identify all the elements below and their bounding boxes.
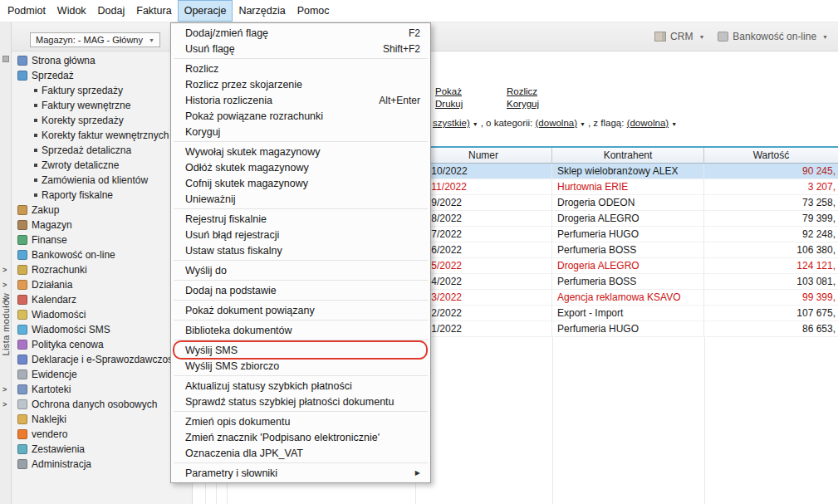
menu-item-dodaj-zmien-flage[interactable]: Dodaj/zmień flagęF2 bbox=[171, 25, 430, 41]
menu-item-odloz-skutek-magazynowy[interactable]: Odłóż skutek magazynowy bbox=[171, 159, 430, 175]
menu-item-ustaw-status-fiskalny[interactable]: Ustaw status fiskalny bbox=[171, 242, 430, 258]
operacje-dropdown-menu: Dodaj/zmień flagęF2 Usuń flagęShift+F2 R… bbox=[170, 22, 431, 483]
sidebar-item-ochrona-danych-osobowych[interactable]: Ochrona danych osobowych bbox=[12, 397, 192, 412]
menu-item-dodaj-na-podstawie[interactable]: Dodaj na podstawie bbox=[171, 282, 430, 298]
actions-icon bbox=[17, 280, 27, 290]
menu-operacje[interactable]: Operacje bbox=[178, 0, 233, 22]
crm-dropdown[interactable]: CRM ▼ bbox=[654, 31, 704, 42]
grid-header-kontrahent[interactable]: Kontrahent bbox=[552, 148, 704, 163]
menu-item-parametry-i-slowniki[interactable]: Parametry i słowniki▶ bbox=[171, 465, 430, 481]
sidebar-item-label: Finanse bbox=[32, 234, 67, 246]
expander-chevron-icon[interactable]: > bbox=[2, 399, 7, 409]
bank-online-dropdown[interactable]: Bankowość on-line ▼ bbox=[718, 31, 828, 42]
menu-item-shortcut: Shift+F2 bbox=[383, 43, 420, 55]
sidebar-item-deklaracje[interactable]: Deklaracje i e-Sprawozdawczość bbox=[12, 352, 192, 367]
sidebar-item-vendero[interactable]: vendero bbox=[12, 427, 192, 442]
menu-item-biblioteka-dokumentow[interactable]: Biblioteka dokumentów bbox=[171, 322, 430, 338]
sidebar-item-naklejki[interactable]: Naklejki bbox=[12, 412, 192, 427]
cell-wartosc: 92 248, bbox=[704, 227, 838, 242]
menu-item-zmien-znacznik-podpisano-elektronicznie[interactable]: Zmień znacznik 'Podpisano elektronicznie… bbox=[171, 429, 430, 445]
grid-header-wartosc[interactable]: Wartość bbox=[704, 148, 838, 163]
sidebar-item-faktury-wewnetrzne[interactable]: Faktury wewnętrzne bbox=[12, 98, 192, 113]
sidebar-item-wiadomosci-sms[interactable]: Wiadomości SMS bbox=[12, 322, 192, 337]
app-window: Podmiot Widok Dodaj Faktura Operacje Nar… bbox=[0, 0, 838, 504]
sidebar-item-rozrachunki[interactable]: Rozrachunki bbox=[12, 262, 192, 277]
sidebar-item-polityka-cenowa[interactable]: Polityka cenowa bbox=[12, 337, 192, 352]
sidebar-item-magazyn[interactable]: Magazyn bbox=[12, 218, 192, 232]
expander-chevron-icon[interactable]: > bbox=[2, 280, 7, 290]
menu-dodaj[interactable]: Dodaj bbox=[92, 0, 131, 22]
settle-link[interactable]: Rozlicz bbox=[507, 86, 537, 96]
show-link[interactable]: Pokaż bbox=[435, 86, 462, 96]
sidebar-item-strona-glowna[interactable]: Strona główna bbox=[12, 53, 192, 68]
sidebar-item-finanse[interactable]: Finanse bbox=[12, 232, 192, 247]
sidebar-item-zakup[interactable]: Zakup bbox=[12, 203, 192, 218]
sidebar-item-korekty-faktur-wewnetrznych[interactable]: Korekty faktur wewnętrznych bbox=[12, 128, 192, 143]
category-filter[interactable]: (dowolna) bbox=[536, 118, 578, 128]
cell-kontrahent: Perfumeria HUGO bbox=[552, 321, 704, 336]
menu-item-sprawdz-status-szybkiej-platnosci[interactable]: Sprawdź status szybkiej płatności dokume… bbox=[171, 394, 430, 409]
cell-wartosc: 90 245, bbox=[704, 164, 838, 179]
menu-item-historia-rozliczenia[interactable]: Historia rozliczeniaAlt+Enter bbox=[171, 92, 430, 108]
menu-widok[interactable]: Widok bbox=[51, 0, 92, 22]
sidebar-item-raporty-fiskalne[interactable]: Raporty fiskalne bbox=[12, 188, 192, 203]
sidebar-item-zwroty-detaliczne[interactable]: Zwroty detaliczne bbox=[12, 158, 192, 173]
sidebar-item-faktury-sprzedazy[interactable]: Faktury sprzedaży bbox=[12, 83, 192, 98]
menu-item-usun-flage[interactable]: Usuń flagęShift+F2 bbox=[171, 41, 430, 56]
menu-item-rejestruj-fiskalnie[interactable]: Rejestruj fiskalnie bbox=[171, 211, 430, 227]
cell-wartosc: 124 121, bbox=[704, 258, 838, 273]
menu-item-wywolaj-skutek-magazynowy[interactable]: Wywołaj skutek magazynowy bbox=[171, 144, 430, 159]
warehouse-selector[interactable]: Magazyn: - MAG - Główny ▼ bbox=[30, 32, 160, 47]
menu-item-oznaczenia-dla-jpk-vat[interactable]: Oznaczenia dla JPK_VAT bbox=[171, 445, 430, 461]
grid-header-numer[interactable]: Numer bbox=[415, 148, 552, 163]
menu-pomoc[interactable]: Pomoc bbox=[292, 0, 336, 22]
menu-item-aktualizuj-statusy-szybkich-platnosci[interactable]: Aktualizuj statusy szybkich płatności bbox=[171, 378, 430, 394]
expander-chevron-icon[interactable]: > bbox=[2, 265, 7, 275]
pin-icon[interactable] bbox=[2, 56, 9, 62]
menu-faktura[interactable]: Faktura bbox=[130, 0, 177, 22]
sidebar-item-bankowosc-on-line[interactable]: Bankowość on-line bbox=[12, 247, 192, 262]
sidebar-item-kartoteki[interactable]: Kartoteki bbox=[12, 382, 192, 397]
menu-item-zmien-opis-dokumentu[interactable]: Zmień opis dokumentu bbox=[171, 413, 430, 429]
menu-item-label: Rejestruj fiskalnie bbox=[185, 213, 267, 225]
sidebar-item-wiadomosci[interactable]: Wiadomości bbox=[12, 307, 192, 322]
cell-kontrahent: Drogeria ODEON bbox=[552, 195, 704, 210]
menu-item-cofnij-skutek-magazynowy[interactable]: Cofnij skutek magazynowy bbox=[171, 175, 430, 191]
menu-item-pokaz-powiazane-rozrachunki[interactable]: Pokaż powiązane rozrachunki bbox=[171, 108, 430, 124]
menu-podmiot[interactable]: Podmiot bbox=[2, 0, 51, 22]
menu-item-pokaz-dokument-powiazany[interactable]: Pokaż dokument powiązany bbox=[171, 302, 430, 318]
print-link[interactable]: Drukuj bbox=[435, 99, 463, 109]
flag-filter[interactable]: (dowolna) bbox=[627, 118, 669, 128]
expander-chevron-icon[interactable]: > bbox=[2, 295, 7, 305]
menu-narzedzia[interactable]: Narzędzia bbox=[233, 0, 291, 22]
sidebar-item-dzialania[interactable]: Działania bbox=[12, 277, 192, 292]
menu-item-rozlicz[interactable]: Rozlicz bbox=[171, 61, 430, 76]
grid-line bbox=[704, 337, 705, 504]
sidebar-item-sprzedaz[interactable]: Sprzedaż bbox=[12, 68, 192, 83]
module-list-strip: Lista modułów > > > > > bbox=[0, 22, 12, 504]
menu-item-wyslij-sms[interactable]: Wyślij SMS bbox=[171, 342, 430, 358]
cell-numer: S 11/2022 bbox=[415, 179, 552, 194]
sidebar-item-label: Kartoteki bbox=[32, 384, 71, 395]
correct-link[interactable]: Koryguj bbox=[507, 99, 539, 109]
status-filter[interactable]: szystkie) bbox=[433, 118, 470, 128]
sidebar-item-zamowienia-od-klientow[interactable]: Zamówienia od klientów bbox=[12, 173, 192, 188]
sidebar-item-label: Magazyn bbox=[32, 219, 72, 231]
menu-item-koryguj[interactable]: Koryguj bbox=[171, 124, 430, 139]
menu-item-rozlicz-przez-skojarzenie[interactable]: Rozlicz przez skojarzenie bbox=[171, 76, 430, 92]
menu-item-usun-blad-rejestracji[interactable]: Usuń błąd rejestracji bbox=[171, 227, 430, 242]
menu-item-wyslij-do[interactable]: Wyślij do bbox=[171, 262, 430, 278]
expander-chevron-icon[interactable]: > bbox=[2, 384, 7, 394]
cell-numer: S 7/2022 bbox=[415, 227, 552, 242]
menu-separator bbox=[174, 141, 428, 142]
sidebar-item-ewidencje[interactable]: Ewidencje bbox=[12, 367, 192, 382]
sidebar-item-sprzedaz-detaliczna[interactable]: Sprzedaż detaliczna bbox=[12, 143, 192, 158]
purchase-icon bbox=[17, 205, 27, 215]
sidebar-item-kalendarz[interactable]: Kalendarz bbox=[12, 292, 192, 307]
sidebar-item-korekty-sprzedazy[interactable]: Korekty sprzedaży bbox=[12, 113, 192, 128]
menu-item-uniewaznij[interactable]: Unieważnij bbox=[171, 191, 430, 207]
menu-item-wyslij-sms-zbiorczo[interactable]: Wyślij SMS zbiorczo bbox=[171, 358, 430, 374]
cell-kontrahent: Perfumeria HUGO bbox=[552, 227, 704, 242]
sidebar-item-zestawienia[interactable]: Zestawienia bbox=[12, 442, 192, 457]
sidebar-item-administracja[interactable]: Administracja bbox=[12, 457, 192, 472]
